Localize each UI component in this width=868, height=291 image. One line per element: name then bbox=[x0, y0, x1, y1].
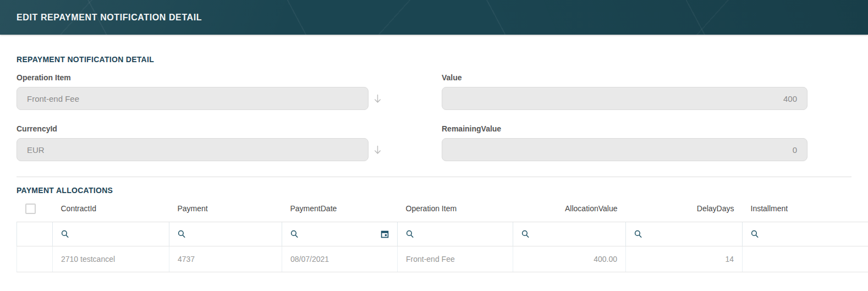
cell-allocationvalue: 400.00 bbox=[513, 246, 626, 272]
search-icon bbox=[751, 230, 860, 238]
remainingvalue-input[interactable]: 0 bbox=[442, 138, 807, 161]
filter-input-installment[interactable] bbox=[743, 222, 868, 246]
value-label: Value bbox=[442, 73, 807, 82]
currencyid-label: CurrencyId bbox=[17, 124, 383, 133]
cell-paymentdate: 08/07/2021 bbox=[282, 246, 398, 272]
filter-cell-checkbox bbox=[17, 222, 53, 246]
cell-operationitem: Front-end Fee bbox=[398, 246, 513, 272]
column-header-payment[interactable]: Payment bbox=[169, 196, 282, 222]
cell-contractid: 2710 testcancel bbox=[53, 246, 169, 272]
search-icon bbox=[61, 230, 161, 238]
filter-input-allocationvalue[interactable] bbox=[513, 222, 626, 246]
page-title: EDIT REPAYMENT NOTIFICATION DETAIL bbox=[17, 13, 202, 23]
detail-form: Operation Item Front-end Fee Value 400 C… bbox=[17, 73, 851, 161]
filter-input-operationitem[interactable] bbox=[398, 222, 513, 246]
grid-header-row: ContractId Payment PaymentDate Operation… bbox=[17, 196, 868, 222]
column-header-allocationvalue[interactable]: AllocationValue bbox=[513, 196, 626, 222]
operation-item-label: Operation Item bbox=[17, 73, 383, 82]
value-text: 400 bbox=[783, 94, 797, 103]
column-header-delaydays[interactable]: DelayDays bbox=[626, 196, 743, 222]
operation-item-value: Front-end Fee bbox=[27, 94, 79, 103]
search-icon bbox=[290, 230, 299, 238]
select-all-cell bbox=[17, 196, 53, 222]
column-header-contractid[interactable]: ContractId bbox=[53, 196, 169, 222]
cell-payment: 4737 bbox=[169, 246, 282, 272]
row-select-cell bbox=[17, 246, 53, 272]
cell-delaydays: 14 bbox=[626, 246, 743, 272]
remainingvalue-field-group: RemainingValue 0 bbox=[442, 124, 807, 161]
filter-input-delaydays[interactable] bbox=[626, 222, 743, 246]
page-header-bar: EDIT REPAYMENT NOTIFICATION DETAIL bbox=[0, 0, 868, 35]
value-input[interactable]: 400 bbox=[442, 87, 807, 110]
operation-item-field-group: Operation Item Front-end Fee bbox=[17, 73, 383, 110]
filter-input-payment[interactable] bbox=[169, 222, 282, 246]
allocations-section-title: PAYMENT ALLOCATIONS bbox=[17, 186, 851, 195]
search-icon bbox=[521, 230, 617, 238]
cell-installment bbox=[743, 246, 868, 272]
currencyid-select[interactable]: EUR bbox=[17, 138, 369, 161]
column-header-installment[interactable]: Installment bbox=[743, 196, 868, 222]
select-all-checkbox[interactable] bbox=[25, 204, 36, 214]
column-header-operationitem[interactable]: Operation Item bbox=[398, 196, 513, 222]
chevron-down-icon[interactable] bbox=[373, 94, 382, 103]
chevron-down-icon[interactable] bbox=[373, 145, 382, 155]
search-icon bbox=[634, 230, 734, 238]
value-field-group: Value 400 bbox=[442, 73, 807, 110]
table-row[interactable]: 2710 testcancel 4737 08/07/2021 Front-en… bbox=[17, 246, 868, 272]
operation-item-select[interactable]: Front-end Fee bbox=[17, 87, 369, 110]
grid-filter-row bbox=[17, 222, 868, 246]
filter-input-paymentdate[interactable] bbox=[282, 222, 398, 246]
currencyid-field-group: CurrencyId EUR bbox=[17, 124, 383, 161]
remainingvalue-text: 0 bbox=[793, 145, 797, 155]
main-content: REPAYMENT NOTIFICATION DETAIL Operation … bbox=[0, 55, 868, 272]
section-divider bbox=[17, 177, 851, 177]
currencyid-value: EUR bbox=[27, 145, 45, 155]
search-icon bbox=[406, 230, 504, 238]
column-header-paymentdate[interactable]: PaymentDate bbox=[282, 196, 398, 222]
search-icon bbox=[178, 230, 273, 238]
remainingvalue-label: RemainingValue bbox=[442, 124, 807, 133]
payment-allocations-grid: ContractId Payment PaymentDate Operation… bbox=[17, 196, 868, 272]
detail-section-title: REPAYMENT NOTIFICATION DETAIL bbox=[17, 55, 851, 64]
filter-input-contractid[interactable] bbox=[53, 222, 169, 246]
calendar-icon[interactable] bbox=[381, 230, 389, 238]
